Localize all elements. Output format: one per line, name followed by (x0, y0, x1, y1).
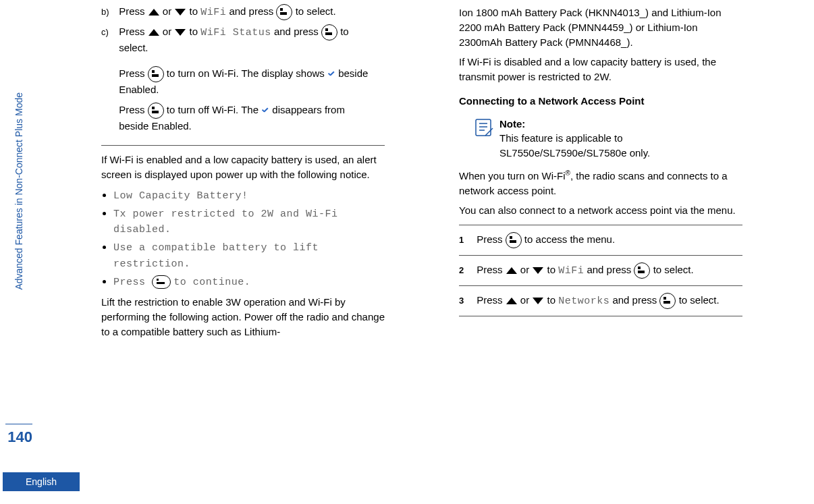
separator (459, 285, 742, 286)
down-arrow-icon (532, 297, 544, 305)
down-arrow-icon (532, 267, 544, 275)
svg-marker-11 (506, 298, 517, 304)
up-arrow-icon (148, 8, 160, 16)
display-wifi-status: WiFi Status (200, 27, 271, 38)
ok-button-icon (634, 262, 650, 279)
step-1: 1 Press to access the menu. (459, 232, 742, 248)
ok-button-icon (321, 24, 337, 40)
ok-button-icon (152, 275, 171, 289)
alert-list: Low Capacity Battery! Tx power restricte… (101, 188, 385, 290)
substep-c: c) Press or to WiFi Status and press to … (101, 24, 385, 138)
note-icon (472, 117, 494, 138)
substep-c-label: c) (101, 26, 116, 39)
bullet-low-capacity: Low Capacity Battery! (113, 190, 248, 202)
connecting-heading: Connecting to a Network Access Point (459, 94, 742, 109)
svg-marker-10 (533, 267, 543, 274)
lift-restriction-paragraph: Lift the restriction to enable 3W operat… (101, 295, 385, 339)
menu-paragraph: You can also connect to a network access… (459, 203, 742, 218)
note-label: Note: (499, 118, 525, 130)
separator (101, 145, 385, 146)
substep-b-label: b) (101, 6, 116, 19)
display-wifi: WiFi (200, 7, 226, 18)
up-arrow-icon (506, 297, 518, 305)
note-body: This feature is applicable to SL7550e/SL… (499, 132, 650, 159)
separator (459, 225, 742, 225)
check-icon (327, 71, 335, 78)
svg-marker-1 (175, 9, 186, 16)
page-number: 140 (5, 424, 32, 446)
step-2: 2 Press or to WiFi and press to select. (459, 262, 742, 279)
chapter-tab: Advanced Features in Non-Connect Plus Mo… (12, 20, 26, 290)
down-arrow-icon (174, 8, 186, 16)
down-arrow-icon (174, 28, 186, 36)
svg-line-8 (485, 128, 493, 136)
svg-marker-0 (148, 9, 159, 16)
ok-button-icon (148, 66, 164, 82)
ok-button-icon (276, 4, 292, 20)
note-box: Note: This feature is applicable to SL75… (472, 117, 742, 161)
check-icon (261, 107, 269, 114)
step-3: 3 Press or to Networks and press to sele… (459, 293, 742, 309)
turn-on-paragraph: When you turn on Wi-Fi®, the radio scans… (459, 169, 742, 198)
bullet-tx-restricted: Tx power restricted to 2W and Wi-Fi disa… (113, 208, 338, 236)
up-arrow-icon (506, 267, 518, 275)
disabled-2w-paragraph: If Wi-Fi is disabled and a low capacity … (459, 55, 742, 84)
bullet-compatible-battery: Use a compatible battery to lift restric… (113, 242, 319, 270)
ok-button-icon (148, 103, 164, 119)
ok-button-icon (506, 232, 522, 248)
battery-list-paragraph: Ion 1800 mAh Battery Pack (HKNN4013_) an… (459, 5, 742, 49)
svg-marker-3 (175, 29, 186, 36)
ok-button-icon (659, 293, 676, 309)
svg-marker-2 (148, 29, 159, 36)
language-tab: English (3, 472, 80, 491)
up-arrow-icon (148, 28, 160, 36)
svg-marker-9 (506, 267, 517, 274)
alert-paragraph: If Wi-Fi is enabled and a low capacity b… (101, 152, 385, 182)
display-networks: Networks (558, 296, 609, 307)
svg-marker-12 (533, 298, 543, 304)
svg-rect-4 (476, 119, 491, 136)
separator (459, 316, 742, 316)
display-wifi: WiFi (558, 265, 584, 277)
substep-b: b) Press or to WiFi and press to select. (101, 4, 385, 20)
separator (459, 255, 742, 256)
chapter-label: Advanced Features in Non-Connect Plus Mo… (13, 92, 24, 290)
